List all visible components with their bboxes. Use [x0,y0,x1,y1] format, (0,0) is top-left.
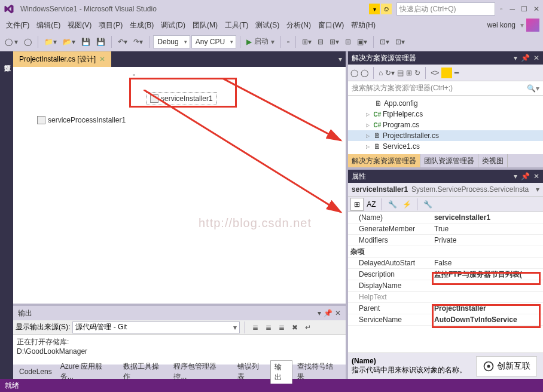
new-project-button[interactable]: 📁▾ [42,36,59,47]
panel-close-icon[interactable]: ✕ [533,54,539,62]
btab-output[interactable]: 输出 [270,360,293,384]
subtab-class[interactable]: 类视图 [478,154,508,167]
tb-align-4[interactable]: ⊟ [343,36,353,47]
save-all-button[interactable]: 💾 [94,36,108,47]
tree-item-ftphelper[interactable]: ▷C#FtpHelper.cs [348,109,543,120]
out-btn-wrap[interactable]: ↵ [303,322,313,333]
menu-view[interactable]: 视图(V) [65,19,94,32]
refresh-icon[interactable]: ↻ [414,69,420,77]
tb-align-1[interactable]: ⊞▾ [300,36,314,47]
menu-tools[interactable]: 工具(T) [222,19,251,32]
expand-icon[interactable]: ▷ [366,133,372,139]
quick-launch-input[interactable]: 快速启动 (Ctrl+Q) [396,2,495,16]
btab-data[interactable]: 数据工具操作 [120,360,169,383]
user-name[interactable]: wei kong [487,21,515,29]
btab-pkg[interactable]: 程序包管理器控... [170,360,232,383]
home-icon[interactable]: ⌂ [379,69,383,77]
collapse-icon[interactable]: ⊞ [406,69,412,77]
menu-edit[interactable]: 编辑(E) [34,19,63,32]
component-serviceinstaller[interactable]: serviceInstaller1 [146,92,217,105]
avatar[interactable] [526,19,539,32]
btab-codelens[interactable]: CodeLens [16,366,56,377]
tb-align-7[interactable]: ⊡▾ [393,36,407,47]
tb-align-6[interactable]: ⊡▾ [377,36,392,47]
events-icon[interactable]: ⚡ [400,198,413,211]
forward-button[interactable]: ◯ [22,36,34,47]
menu-window[interactable]: 窗口(W) [316,19,346,32]
pin-icon[interactable]: 📌 [324,309,332,317]
panel-close-icon[interactable]: ✕ [335,309,341,317]
expand-icon[interactable]: ▷ [366,112,372,117]
out-btn-3[interactable]: ≣ [276,322,287,333]
nav-back-icon[interactable]: ◯ [350,69,358,77]
search-dropdown-icon[interactable]: ▫ [500,5,502,13]
menu-analyze[interactable]: 分析(N) [284,19,313,32]
categorized-icon[interactable]: ⊞ [350,198,364,211]
tree-item-appconfig[interactable]: 🗎App.config [348,98,543,109]
nav-fwd-icon[interactable]: ◯ [361,69,368,77]
tab-dropdown-icon[interactable]: ▾ [338,55,342,63]
menu-build[interactable]: 生成(B) [127,19,156,32]
code-icon[interactable]: <> [431,69,439,77]
pin-icon[interactable]: 📌 [521,172,530,180]
feedback-icon[interactable]: ☺ [381,4,392,14]
props-icon[interactable]: 🔧 [386,198,399,211]
pin-icon[interactable]: 📌 [521,54,530,62]
doc-tab-active[interactable]: ProjectInstaller.cs [设计] ✕ [13,51,111,67]
menu-file[interactable]: 文件(F) [4,19,32,32]
sync-icon[interactable]: ↻▾ [385,69,395,77]
undo-button[interactable]: ↶▾ [115,36,130,47]
tb-align-5[interactable]: ▣▾ [355,36,370,47]
menu-help[interactable]: 帮助(H) [349,19,378,32]
properties-grid[interactable]: (Name)serviceInstaller1 GenerateMemberTr… [348,212,543,353]
expand-icon[interactable]: ▷ [366,122,372,128]
component-serviceprocessinstaller[interactable]: serviceProcessInstaller1 [37,116,126,124]
subtab-team[interactable]: 团队资源管理器 [420,154,478,167]
btab-errors[interactable]: 错误列表 [234,360,269,383]
tb-align-2[interactable]: ⊟ [315,36,326,47]
show-all-icon[interactable]: ▤ [397,69,404,77]
subtab-solution[interactable]: 解决方案资源管理器 [348,154,420,167]
solution-tree[interactable]: 🗎App.config ▷C#FtpHelper.cs ▷C#Program.c… [348,96,543,154]
redo-button[interactable]: ↷▾ [131,36,145,47]
tree-item-program[interactable]: ▷C#Program.cs [348,120,543,130]
out-btn-clear[interactable]: ✖ [289,322,300,333]
tb-icon-1[interactable]: ▫ [285,36,292,47]
notifications-icon[interactable]: ▾ [369,4,380,14]
btab-azure[interactable]: Azure 应用服务... [57,360,118,383]
output-source-combo[interactable]: 源代码管理 - Git [72,321,240,333]
close-button[interactable]: ✕ [533,5,539,13]
minimize-button[interactable]: ─ [510,5,515,13]
panel-dropdown-icon[interactable]: ▾ [514,172,517,180]
wrench-icon[interactable]: 🔧 [421,198,434,211]
maximize-button[interactable]: ☐ [521,5,527,13]
alphabetical-icon[interactable]: AZ [365,198,378,211]
expand-icon[interactable]: ▷ [366,144,372,149]
menu-test[interactable]: 测试(S) [253,19,282,32]
out-btn-2[interactable]: ≣ [263,322,274,333]
properties-icon[interactable] [441,68,452,78]
menu-debug[interactable]: 调试(D) [158,19,188,32]
back-button[interactable]: ◯ ▾ [2,36,20,47]
tab-server-explorer[interactable]: 服务器资源管理器 [0,55,2,379]
panel-close-icon[interactable]: ✕ [533,172,539,180]
preview-icon[interactable]: ━ [454,69,459,77]
out-btn-1[interactable]: ≣ [250,322,261,333]
menu-project[interactable]: 项目(P) [96,19,125,32]
panel-dropdown-icon[interactable]: ▾ [514,54,517,62]
tab-data-sources[interactable]: 数据源 [2,55,13,379]
menu-team[interactable]: 团队(M) [190,19,220,32]
properties-object-combo[interactable]: serviceInstaller1 System.ServiceProcess.… [348,183,543,197]
config-combo[interactable]: Debug [153,35,190,48]
designer-surface[interactable]: ▫ serviceProcessInstaller1 serviceInstal… [13,67,346,304]
save-button[interactable]: 💾 [79,36,93,47]
tree-item-projectinstaller[interactable]: ▷🗎ProjectInstaller.cs [348,130,543,141]
solution-search-input[interactable]: 搜索解决方案资源管理器(Ctrl+;) 🔍▾ [348,81,543,96]
btab-find[interactable]: 查找符号结果 [294,360,343,383]
tb-align-3[interactable]: ⊞▾ [327,36,341,47]
open-button[interactable]: 📂▾ [60,36,78,47]
tree-item-service1[interactable]: ▷🗎Service1.cs [348,141,543,152]
start-button[interactable]: ▶ 启动 ▾ [244,35,277,48]
panel-dropdown-icon[interactable]: ▾ [318,309,321,317]
close-icon[interactable]: ✕ [99,55,105,63]
